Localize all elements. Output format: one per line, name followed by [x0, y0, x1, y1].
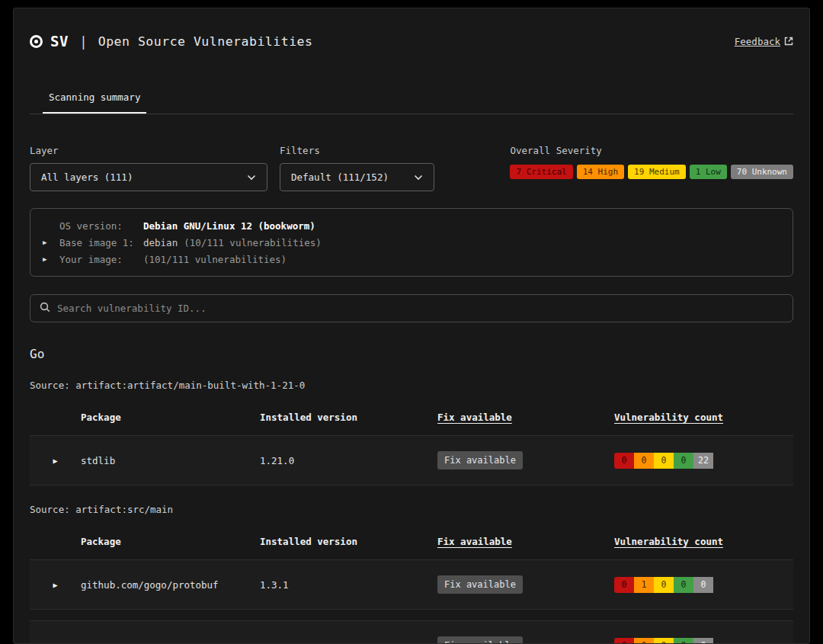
count-critical: 0 — [614, 453, 634, 469]
count-low: 0 — [674, 577, 693, 593]
row-expand-icon[interactable]: ▶ — [30, 457, 81, 465]
col-header-fix-available: Fix available — [437, 412, 614, 423]
col-header-installed-version: Installed version — [260, 412, 437, 423]
severity-badge-medium[interactable]: 19 Medium — [628, 165, 686, 179]
count-high: 1 — [634, 577, 654, 593]
page-title: Open Source Vulnerabilities — [98, 34, 313, 49]
ecosystem-heading: Go — [30, 347, 793, 361]
vulnerability-count-pill: 0 1 0 0 0 — [614, 577, 793, 593]
header: SV | Open Source Vulnerabilities Feedbac… — [30, 8, 793, 50]
table-row[interactable]: ▶ Fix available 0 0 0 0 0 — [30, 620, 793, 644]
external-link-icon — [784, 37, 793, 46]
feedback-label: Feedback — [735, 36, 780, 47]
os-version-label: OS version: — [59, 220, 143, 232]
logo-separator: | — [79, 34, 88, 50]
layer-select-value: All layers (111) — [41, 171, 247, 183]
count-critical: 0 — [614, 638, 634, 644]
filters-select[interactable]: Default (111/152) — [280, 163, 434, 191]
filters-select-value: Default (111/152) — [291, 171, 414, 183]
severity-badges: 7 Critical 14 High 19 Medium 1 Low 70 Un… — [510, 165, 793, 179]
count-critical: 0 — [614, 577, 634, 593]
col-header-vulnerability-count: Vulnerability count — [614, 536, 793, 547]
base-image-value: debian — [143, 237, 178, 248]
severity-badge-critical[interactable]: 7 Critical — [510, 165, 572, 179]
severity-badge-unknown[interactable]: 70 Unknown — [731, 165, 793, 179]
image-info-box: OS version: Debian GNU/Linux 12 (bookwor… — [30, 208, 793, 277]
overall-severity-group: Overall Severity 7 Critical 14 High 19 M… — [510, 145, 793, 179]
count-low: 0 — [674, 638, 693, 644]
tab-scanning-summary[interactable]: Scanning summary — [43, 91, 146, 114]
base-image-vuln-count: (10/111 vulnerabilities) — [184, 237, 322, 248]
chevron-down-icon — [414, 175, 423, 181]
osv-logo-text: SV — [50, 33, 69, 50]
col-header-package: Package — [81, 536, 260, 547]
count-high: 0 — [634, 453, 654, 469]
layer-select[interactable]: All layers (111) — [30, 163, 267, 191]
your-image-label: Your image: — [59, 254, 143, 265]
search-bar — [30, 294, 793, 322]
package-name: github.com/gogo/protobuf — [81, 579, 260, 591]
search-input[interactable] — [57, 303, 783, 314]
os-version-value: Debian GNU/Linux 12 (bookworm) — [143, 220, 315, 232]
table-header-row: Package Installed version Fix available … — [30, 523, 793, 559]
fix-available-badge: Fix available — [437, 636, 523, 644]
vulnerability-count-pill: 0 0 0 0 0 — [614, 638, 793, 644]
layer-control: Layer All layers (111) — [30, 145, 267, 191]
layer-label: Layer — [30, 145, 267, 156]
count-unknown: 0 — [693, 577, 713, 593]
count-unknown: 22 — [693, 453, 713, 469]
vulnerability-count-pill: 0 0 0 0 22 — [614, 453, 793, 469]
base-image-label: Base image 1: — [59, 237, 143, 248]
table-header-row: Package Installed version Fix available … — [30, 399, 793, 435]
your-image-vuln-count: (101/111 vulnerabilities) — [143, 254, 287, 265]
row-expand-icon[interactable]: ▶ — [30, 581, 81, 589]
search-icon — [40, 301, 50, 316]
filters-label: Filters — [280, 145, 434, 156]
row-expand-icon[interactable]: ▶ — [30, 642, 81, 644]
your-image-row: ▶ Your image: (101/111 vulnerabilities) — [43, 251, 780, 268]
overall-severity-label: Overall Severity — [510, 145, 793, 156]
table-row[interactable]: ▶ stdlib 1.21.0 Fix available 0 0 0 0 22 — [30, 435, 793, 485]
expand-arrow-icon[interactable]: ▶ — [43, 239, 59, 246]
count-low: 0 — [674, 453, 693, 469]
tab-bar: Scanning summary — [30, 89, 793, 114]
expand-arrow-icon[interactable]: ▶ — [43, 255, 59, 263]
installed-version: 1.3.1 — [260, 579, 437, 591]
count-medium: 0 — [654, 577, 674, 593]
chevron-down-icon — [247, 175, 256, 181]
severity-badge-high[interactable]: 14 High — [577, 165, 624, 179]
count-high: 0 — [634, 638, 654, 644]
fix-available-badge: Fix available — [437, 575, 523, 594]
col-header-installed-version: Installed version — [260, 536, 437, 547]
feedback-link[interactable]: Feedback — [735, 36, 793, 47]
filters-control: Filters Default (111/152) — [280, 145, 434, 191]
os-version-row: OS version: Debian GNU/Linux 12 (bookwor… — [43, 217, 780, 234]
osv-logo: SV | Open Source Vulnerabilities — [30, 33, 312, 50]
controls-row: Layer All layers (111) Filters Default (… — [30, 145, 793, 191]
vulnerability-table: Package Installed version Fix available … — [30, 399, 793, 485]
osv-report-panel: SV | Open Source Vulnerabilities Feedbac… — [13, 8, 810, 644]
col-header-vulnerability-count: Vulnerability count — [614, 412, 793, 423]
vulnerability-table: Package Installed version Fix available … — [30, 523, 793, 644]
col-header-package: Package — [81, 412, 260, 423]
count-medium: 0 — [654, 638, 674, 644]
osv-logo-o-icon — [30, 35, 43, 48]
source-label: Source: artifact:src/main — [30, 504, 793, 515]
col-header-fix-available: Fix available — [437, 536, 614, 547]
count-medium: 0 — [654, 453, 674, 469]
package-name: stdlib — [81, 455, 260, 466]
count-unknown: 0 — [693, 638, 713, 644]
source-label: Source: artifact:artifact/main-built-wit… — [30, 380, 793, 391]
base-image-row: ▶ Base image 1: debian (10/111 vulnerabi… — [43, 234, 780, 251]
severity-badge-low[interactable]: 1 Low — [690, 165, 727, 179]
table-row[interactable]: ▶ github.com/gogo/protobuf 1.3.1 Fix ava… — [30, 559, 793, 610]
installed-version: 1.21.0 — [260, 455, 437, 466]
fix-available-badge: Fix available — [437, 451, 523, 469]
